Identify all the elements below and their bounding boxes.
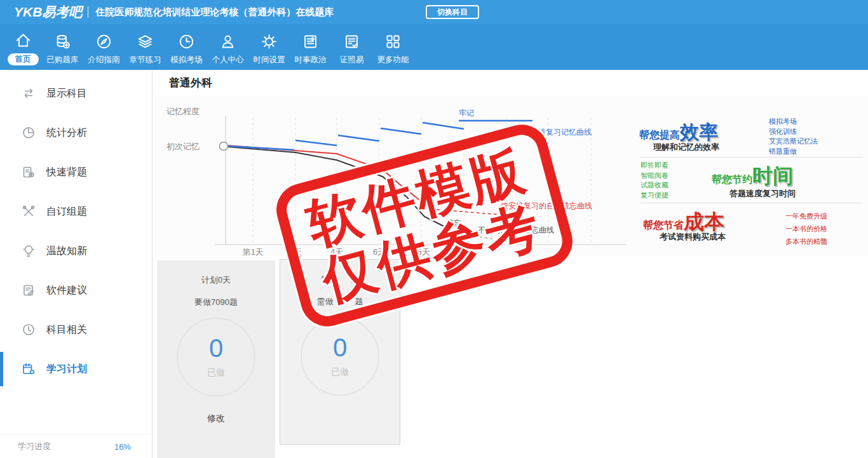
plan-panel: 计划0天 要做7090题 0 已做 修改 第天 需做题 0 已做 — [153, 256, 868, 458]
plan-days-label: 计划0天 — [157, 260, 275, 286]
promo-list-item: 一本书的价格 — [785, 222, 827, 235]
promo-list-item: 模拟考场 — [769, 117, 818, 127]
header-divider — [88, 6, 88, 18]
nav-item-mock-exam[interactable]: 模拟考场 — [166, 32, 207, 70]
database-icon — [53, 32, 72, 51]
promo-list-item: 即答即看 — [641, 161, 668, 171]
modify-plan-button[interactable]: 修改 — [157, 413, 275, 424]
user-icon — [219, 32, 237, 51]
svg-text:15天: 15天 — [412, 247, 430, 256]
y-axis-top-label: 记忆程度 — [166, 107, 200, 116]
switch-subject-button[interactable]: 切换科目 — [426, 5, 479, 19]
sidebar-item-label: 科目相关 — [46, 323, 87, 337]
plan-total-questions-label: 要做7090题 — [157, 297, 275, 308]
nav-item-home[interactable]: 首页 — [4, 31, 42, 70]
promo-cost-subtitle: 考试资料购买成本 — [660, 231, 726, 243]
nav-item-label: 个人中心 — [212, 55, 244, 65]
clock-icon — [177, 32, 196, 51]
nav-item-label: 时间设置 — [254, 55, 285, 65]
sidebar-item-label: 温故知新 — [46, 245, 87, 258]
nav-item-current-politics[interactable]: 时事政治 — [290, 32, 331, 70]
hold-label: 牢记 — [459, 109, 474, 118]
promo-efficiency-subtitle: 理解和记忆的效率 — [653, 142, 719, 153]
sidebar: 显示科目 统计分析 快速背题 自订组题 温故知新 软件建议 科目相关 学习计划 … — [0, 70, 153, 458]
memory-curve-section: 记忆程度 初次记忆 第1天 2天 4天 6天 15天 牢记 遗忘 易考吧帮您安 — [153, 95, 868, 256]
nav-item-label: 更多功能 — [377, 55, 409, 65]
tools-icon — [21, 204, 36, 219]
svg-text:4天: 4天 — [330, 247, 343, 256]
study-progress-value: 16% — [114, 442, 131, 452]
app-title: 住院医师规范化培训结业理论考核（普通外科）在线题库 — [95, 6, 334, 18]
flashcard-icon — [21, 165, 36, 180]
nav-item-label: 已购题库 — [47, 55, 79, 65]
done-count-circle: 0 已做 — [301, 317, 379, 396]
compass-icon — [95, 32, 113, 51]
y-axis-mid-label: 初次记忆 — [166, 142, 200, 151]
page-title: 普通外科 — [169, 76, 212, 90]
sidebar-item-study-plan[interactable]: 学习计划 — [0, 349, 152, 389]
no-review-curve-label: 不复习的自然遗忘曲线 — [478, 226, 554, 234]
done-count-label: 已做 — [207, 367, 225, 379]
calendar-plan-icon — [21, 361, 36, 377]
svg-text:6天: 6天 — [373, 247, 386, 256]
promo-list-item: 一年免费升级 — [785, 210, 827, 222]
today-day-label: 第天 — [280, 260, 400, 285]
sidebar-item-quick-memorize[interactable]: 快速背题 — [0, 152, 152, 192]
sidebar-item-review-old[interactable]: 温故知新 — [0, 231, 152, 271]
nav-item-purchased-banks[interactable]: 已购题库 — [42, 32, 83, 70]
need-prefix: 需做 — [317, 297, 334, 306]
promo-list-item: 试题收藏 — [641, 180, 668, 191]
sidebar-item-software-feedback[interactable]: 软件建议 — [0, 271, 152, 310]
nav-item-time-settings[interactable]: 时间设置 — [248, 32, 290, 70]
promo-panel: 帮您提高效率 理解和记忆的效率 模拟考场 强化训练 艾宾浩斯记忆法 错题重做 即… — [634, 95, 868, 256]
sidebar-item-label: 统计分析 — [46, 126, 87, 140]
nav-item-label: 介绍指南 — [88, 55, 120, 65]
sidebar-item-show-subjects[interactable]: 显示科目 — [0, 74, 152, 113]
promo-list-item: 智能阅卷 — [641, 171, 668, 181]
nav-item-certificate[interactable]: 证照易 — [331, 32, 372, 70]
sidebar-item-label: 软件建议 — [46, 284, 87, 297]
nav-item-profile[interactable]: 个人中心 — [207, 32, 248, 70]
today-need-label: 需做题 — [280, 296, 400, 307]
news-icon — [301, 32, 320, 51]
promo-time-subtitle: 答题速度复习时间 — [729, 188, 796, 199]
done-count-value: 0 — [209, 335, 223, 361]
nav-item-guide[interactable]: 介绍指南 — [83, 32, 125, 70]
need-suffix: 题 — [355, 297, 363, 306]
sidebar-item-subject-related[interactable]: 科目相关 — [0, 310, 152, 349]
nav-item-label: 时事政治 — [295, 55, 327, 65]
done-count-label: 已做 — [331, 367, 349, 378]
x-axis-ticks: 第1天 2天 4天 6天 15天 — [242, 247, 430, 256]
review-memory-curve — [227, 121, 532, 150]
grid-icon — [384, 32, 402, 51]
app-logo: YKB易考吧 — [14, 3, 82, 21]
gear-icon — [260, 32, 278, 51]
certificate-icon — [342, 32, 361, 51]
sidebar-item-custom-quiz[interactable]: 自订组题 — [0, 192, 152, 231]
layers-icon — [136, 32, 154, 51]
nav-item-label: 模拟考场 — [171, 55, 203, 65]
day-suffix: 天 — [351, 274, 359, 284]
promo-efficiency-list: 模拟考场 强化训练 艾宾浩斯记忆法 错题重做 — [769, 117, 818, 156]
promo-divider — [641, 157, 863, 158]
swap-icon — [21, 86, 36, 101]
ebbinghaus-curve-chart: 记忆程度 初次记忆 第1天 2天 4天 6天 15天 牢记 遗忘 易考吧帮您安 — [153, 95, 635, 256]
sidebar-item-label: 快速背题 — [46, 166, 87, 179]
promo-cost-list: 一年免费升级 一本书的价格 多本书的精髓 — [785, 210, 827, 248]
nav-item-label: 证照易 — [340, 55, 364, 65]
promo-list-item: 多本书的精髓 — [785, 235, 827, 248]
sidebar-item-statistics[interactable]: 统计分析 — [0, 113, 152, 152]
lightbulb-icon — [21, 243, 36, 259]
promo-divider — [641, 203, 863, 203]
pie-chart-icon — [21, 125, 36, 140]
sidebar-item-label: 自订组题 — [46, 205, 87, 219]
promo-list-item: 强化训练 — [769, 127, 818, 137]
promo-time-heading: 帮您节约时间 — [712, 163, 793, 191]
study-progress-label: 学习进度 — [18, 441, 51, 452]
svg-text:第1天: 第1天 — [242, 247, 263, 256]
nav-item-label: 章节练习 — [130, 55, 161, 65]
doc-edit-icon — [21, 283, 36, 298]
nav-item-more[interactable]: 更多功能 — [372, 32, 414, 70]
nav-item-chapter-practice[interactable]: 章节练习 — [125, 32, 166, 70]
day-prefix: 第 — [321, 274, 329, 284]
